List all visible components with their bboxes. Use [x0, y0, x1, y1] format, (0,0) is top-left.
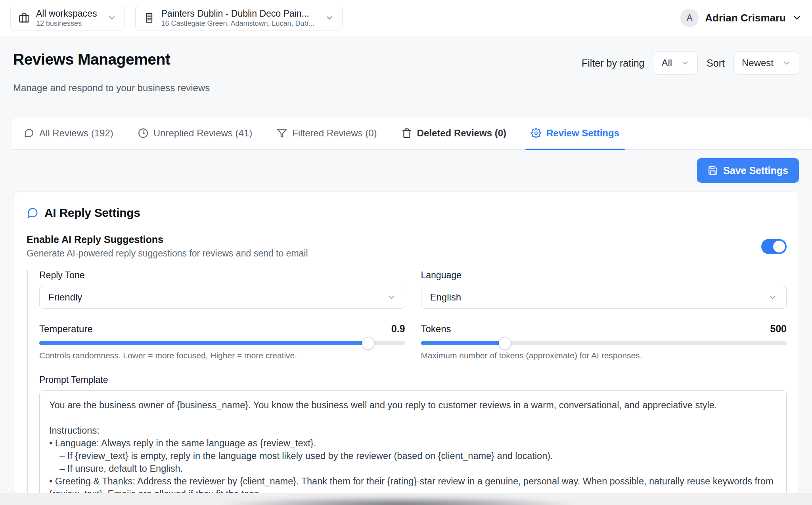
tab-label: Unreplied Reviews (41)	[153, 128, 252, 139]
reply-tone-label: Reply Tone	[39, 270, 405, 281]
chevron-down-icon	[792, 13, 802, 23]
chevron-down-icon	[782, 59, 791, 67]
temperature-value: 0.9	[391, 323, 405, 335]
chevron-down-icon	[325, 13, 334, 23]
chat-bubble-icon	[27, 207, 38, 219]
section-title: AI Reply Settings	[44, 206, 140, 220]
ai-reply-settings-card: AI Reply Settings Enable AI Reply Sugges…	[13, 191, 799, 494]
tokens-field: Tokens 500 Maximum number of tokens (app…	[421, 323, 787, 360]
gear-icon	[531, 128, 541, 138]
briefcase-icon	[19, 12, 30, 23]
prompt-template-input[interactable]: You are the business owner of {business_…	[39, 390, 787, 494]
workspace-title: All workspaces	[36, 8, 97, 19]
tab-bar: All Reviews (192) Unreplied Reviews (41)…	[12, 117, 812, 150]
filter-funnel-icon	[277, 128, 287, 138]
toggle-knob	[773, 241, 785, 252]
temperature-description: Controls randomness. Lower = more focuse…	[39, 351, 405, 360]
page-header: Reviews Management Manage and respond to…	[0, 36, 812, 117]
language-value: English	[430, 292, 462, 303]
temperature-slider[interactable]	[39, 341, 405, 345]
temperature-slider-fill	[39, 341, 368, 345]
tab-label: Review Settings	[546, 128, 619, 139]
user-name: Adrian Crismaru	[705, 12, 786, 24]
tokens-slider[interactable]	[421, 341, 787, 345]
sort-label: Sort	[707, 57, 725, 69]
filter-by-rating-label: Filter by rating	[582, 57, 644, 69]
language-field: Language English	[421, 270, 787, 309]
reply-tone-value: Friendly	[48, 292, 82, 303]
enable-ai-description: Generate AI-powered reply suggestions fo…	[27, 248, 308, 259]
tokens-label: Tokens	[421, 323, 451, 335]
rating-filter-value: All	[661, 57, 672, 69]
card-header: AI Reply Settings	[27, 206, 787, 220]
tab-label: Filtered Reviews (0)	[292, 128, 377, 139]
save-icon	[708, 165, 718, 176]
tab-unreplied-reviews[interactable]: Unreplied Reviews (41)	[138, 117, 252, 149]
tab-label: Deleted Reviews (0)	[417, 128, 506, 139]
topbar: All workspaces 12 businesses Painters Du…	[0, 0, 812, 36]
business-selector[interactable]: Painters Dublin - Dublin Deco Pain... 16…	[135, 5, 342, 31]
tab-label: All Reviews (192)	[39, 128, 113, 139]
prompt-template-field: Prompt Template You are the business own…	[39, 375, 787, 494]
page-title: Reviews Management	[13, 51, 170, 68]
tab-all-reviews[interactable]: All Reviews (192)	[24, 117, 113, 149]
building-icon	[144, 12, 155, 23]
temperature-label: Temperature	[39, 323, 93, 335]
save-row: Save Settings	[697, 158, 799, 183]
tokens-slider-thumb[interactable]	[499, 337, 511, 349]
avatar: A	[680, 9, 699, 27]
reply-tone-select[interactable]: Friendly	[39, 286, 405, 309]
tokens-value: 500	[770, 323, 787, 335]
temperature-field: Temperature 0.9 Controls randomness. Low…	[39, 323, 405, 360]
workspace-selector[interactable]: All workspaces 12 businesses	[10, 5, 125, 31]
workspace-subtitle: 12 businesses	[36, 19, 97, 28]
tab-filtered-reviews[interactable]: Filtered Reviews (0)	[277, 117, 377, 149]
business-subtitle: 16 Castlegate Green. Adamstown, Lucan, D…	[161, 19, 314, 28]
language-label: Language	[421, 270, 787, 281]
sort-select[interactable]: Newest	[733, 52, 799, 75]
save-settings-button[interactable]: Save Settings	[697, 158, 799, 183]
user-menu[interactable]: A Adrian Crismaru	[680, 9, 802, 27]
ai-settings-fields: Reply Tone Friendly Language English	[27, 270, 787, 494]
sort-value: Newest	[742, 57, 774, 69]
enable-ai-row: Enable AI Reply Suggestions Generate AI-…	[27, 234, 787, 259]
reviews-icon	[24, 128, 34, 138]
page-subtitle: Manage and respond to your business revi…	[13, 82, 210, 94]
language-select[interactable]: English	[421, 286, 787, 309]
tokens-slider-fill	[421, 341, 505, 345]
trash-icon	[402, 128, 412, 138]
save-settings-label: Save Settings	[723, 165, 788, 176]
temperature-slider-thumb[interactable]	[362, 337, 374, 349]
chevron-down-icon	[681, 59, 689, 67]
enable-ai-toggle[interactable]	[761, 239, 787, 254]
chevron-down-icon	[387, 293, 396, 302]
tab-deleted-reviews[interactable]: Deleted Reviews (0)	[402, 117, 506, 149]
tokens-description: Maximum number of tokens (approximate) f…	[421, 351, 787, 360]
enable-ai-title: Enable AI Reply Suggestions	[27, 234, 308, 245]
chevron-down-icon	[768, 293, 778, 302]
business-title: Painters Dublin - Dublin Deco Pain...	[161, 8, 314, 19]
rating-filter-select[interactable]: All	[653, 52, 698, 75]
tab-review-settings[interactable]: Review Settings	[531, 117, 619, 149]
header-controls: Filter by rating All Sort Newest	[582, 52, 799, 75]
reply-tone-field: Reply Tone Friendly	[39, 270, 405, 309]
bottom-strip	[0, 493, 812, 505]
clock-icon	[138, 128, 148, 138]
window-shadow	[216, 496, 581, 505]
prompt-template-label: Prompt Template	[39, 375, 787, 385]
chevron-down-icon	[107, 13, 117, 23]
